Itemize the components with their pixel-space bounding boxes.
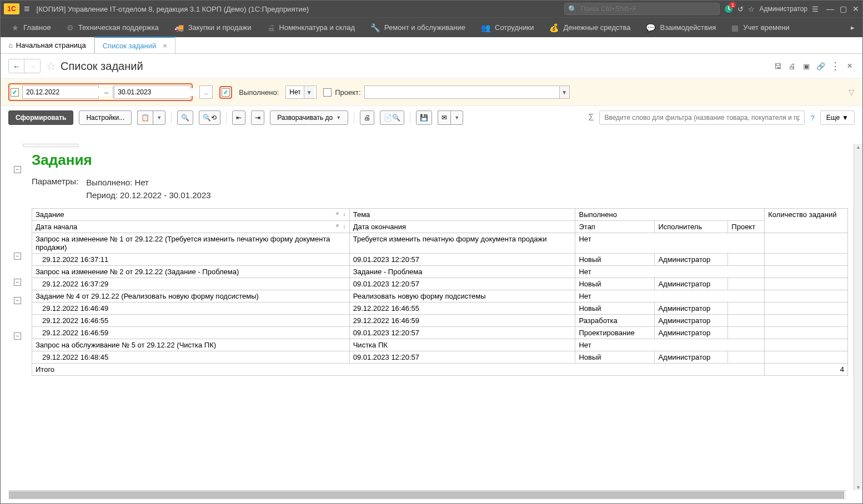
settings-button[interactable]: Настройки... <box>79 110 132 125</box>
date-from-input[interactable]: ▦ <box>22 85 99 99</box>
more-button[interactable]: Еще▼ <box>820 110 855 125</box>
table-group-row[interactable]: Запрос на изменение № 1 от 29.12.22 (Тре… <box>32 233 848 254</box>
th-date-end[interactable]: Дата окончания <box>349 221 575 233</box>
favorite-star-icon[interactable]: ☆ <box>46 59 56 73</box>
chevron-down-icon[interactable]: ▼ <box>304 86 314 98</box>
done-checkbox[interactable] <box>222 88 230 97</box>
th-project[interactable]: Проект <box>728 221 765 233</box>
global-search-input[interactable] <box>580 5 716 13</box>
preview-button[interactable]: 📄🔍 <box>380 110 404 125</box>
project-checkbox[interactable] <box>323 88 332 97</box>
th-date-start[interactable]: Дата начала <box>32 221 350 233</box>
scroll-down-icon[interactable]: ▾ <box>854 484 862 490</box>
menu-repair[interactable]: 🔧Ремонт и обслуживание <box>363 19 473 37</box>
collapse-all-button[interactable]: ⇤ <box>232 110 245 125</box>
report-params: Параметры: Выполнено: Нет Период: 20.12.… <box>8 169 855 208</box>
tab-close-icon[interactable]: × <box>163 42 167 50</box>
menu-purchases[interactable]: 🚚Закупки и продажи <box>167 19 259 37</box>
done-dropdown[interactable]: ▼ <box>285 85 317 99</box>
table-row[interactable]: 29.12.2022 16:37:2909.01.2023 12:20:57Но… <box>32 278 848 290</box>
scroll-up-icon[interactable]: ▴ <box>854 144 862 150</box>
th-task[interactable]: Задание <box>32 209 350 221</box>
print-icon[interactable]: 🖨 <box>787 62 797 70</box>
th-stage[interactable]: Этап <box>575 221 655 233</box>
wrench-icon: 🔧 <box>370 23 380 32</box>
table-group-row[interactable]: Запрос на обслуживание № 5 от 29.12.22 (… <box>32 339 848 351</box>
word-filter-input[interactable] <box>599 110 805 125</box>
minimize-button[interactable]: — <box>826 4 834 13</box>
collapse-group-2-icon[interactable]: − <box>14 279 21 286</box>
collapse-group-3-icon[interactable]: − <box>14 297 21 304</box>
table-row[interactable]: 29.12.2022 16:46:4929.12.2022 16:46:55Но… <box>32 303 848 315</box>
form-close-icon[interactable]: × <box>845 61 855 71</box>
table-row[interactable]: 29.12.2022 16:46:5529.12.2022 16:46:59Ра… <box>32 315 848 327</box>
table-row[interactable]: 29.12.2022 16:48:4509.01.2023 12:20:57Но… <box>32 351 848 364</box>
chevron-down-icon[interactable]: ▼ <box>559 86 569 98</box>
table-group-row[interactable]: Запрос на изменение № 2 от 29.12.22 (Зад… <box>32 266 848 278</box>
more-vertical-icon[interactable]: ⋮ <box>830 60 840 72</box>
collapse-group-4-icon[interactable]: − <box>14 332 21 340</box>
tab-home[interactable]: ⌂Начальная страница <box>1 37 94 53</box>
horizontal-scrollbar[interactable] <box>8 490 846 499</box>
email-dropdown[interactable]: ▼ <box>450 110 463 125</box>
settings-icon[interactable]: ☰ <box>812 5 819 13</box>
report-area[interactable]: − Задания Параметры: Выполнено: Нет Пери… <box>8 144 855 497</box>
link-icon[interactable]: 🔗 <box>816 62 826 70</box>
zoom-reset-button[interactable]: 🔍⟲ <box>199 110 220 125</box>
collapse-report-icon[interactable]: − <box>14 166 21 173</box>
menu-support[interactable]: ⚙Техническая поддержка <box>59 19 167 37</box>
vertical-scrollbar[interactable]: ▴ ▾ <box>854 144 862 490</box>
menu-time[interactable]: ▦Учет времени <box>724 19 797 37</box>
table-row[interactable]: 29.12.2022 16:46:5909.01.2023 12:20:57Пр… <box>32 327 848 339</box>
menu-money[interactable]: 💰Денежные средства <box>541 19 638 37</box>
zoom-in-button[interactable]: 🔍 <box>177 110 193 125</box>
th-executor[interactable]: Исполнитель <box>655 221 728 233</box>
table-group-row[interactable]: Задание № 4 от 29.12.22 (Реализовать нов… <box>32 290 848 303</box>
th-count[interactable]: Количество заданий <box>765 209 848 233</box>
paste-button-group: 📋 ▼ <box>137 110 165 125</box>
tab-task-list[interactable]: Список заданий× <box>94 37 175 53</box>
nav-back-button[interactable]: ← <box>9 59 24 73</box>
generate-button[interactable]: Сформировать <box>8 110 73 125</box>
maximize-button[interactable]: ▢ <box>840 4 847 13</box>
history-icon[interactable]: ↺ <box>737 5 744 13</box>
close-window-button[interactable]: ✕ <box>852 4 859 13</box>
menu-stock[interactable]: 🖨Номенклатура и склад <box>259 19 363 37</box>
menu-staff[interactable]: 👥Сотрудники <box>473 19 541 37</box>
form-header: ← → ☆ Список заданий 🖫 🖨 ▣ 🔗 ⋮ × <box>1 54 862 78</box>
th-topic[interactable]: Тема <box>349 209 575 221</box>
help-icon[interactable]: ? <box>810 114 814 122</box>
table-row[interactable]: 29.12.2022 16:37:1109.01.2023 12:20:57Но… <box>32 254 848 266</box>
global-search[interactable]: 🔍 <box>564 3 720 15</box>
period-checkbox[interactable] <box>11 88 19 97</box>
menu-main[interactable]: ★Главное <box>4 19 59 37</box>
project-dropdown[interactable]: ▼ <box>364 85 570 99</box>
notifications-icon[interactable] <box>724 4 733 13</box>
sum-icon[interactable]: Σ <box>589 113 594 123</box>
paste-button[interactable]: 📋 <box>137 110 153 125</box>
menu-interactions[interactable]: 💬Взаимодействия <box>638 19 724 37</box>
chat-icon: 💬 <box>646 23 655 32</box>
burger-menu-icon[interactable]: ≡ <box>24 3 30 15</box>
form-title: Список заданий <box>61 60 772 73</box>
paste-dropdown[interactable]: ▼ <box>153 110 165 125</box>
nav-forward-button[interactable]: → <box>24 59 40 73</box>
collapse-group-1-icon[interactable]: − <box>14 253 21 260</box>
filter-toggle-icon[interactable]: ▽ <box>849 88 855 97</box>
toolbar: Сформировать Настройки... 📋 ▼ 🔍 🔍⟲ ⇤ ⇥ Р… <box>1 106 862 129</box>
expand-all-button[interactable]: ⇥ <box>251 110 264 125</box>
period-picker-button[interactable]: ... <box>199 85 213 99</box>
h-scrollbar-thumb[interactable] <box>9 491 844 499</box>
save-icon[interactable]: 🖫 <box>772 62 782 70</box>
user-label[interactable]: Администратор <box>759 5 807 13</box>
favorites-icon[interactable]: ☆ <box>748 5 755 13</box>
menu-more-icon[interactable]: ▸ <box>843 23 862 32</box>
print-button[interactable]: 🖨 <box>360 110 374 125</box>
save-file-button[interactable]: 💾 <box>416 110 432 125</box>
title-bar: 1C ≡ [КОПИЯ] Управление IT-отделом 8, ре… <box>1 1 862 17</box>
date-to-input[interactable]: ▦ <box>114 85 190 99</box>
th-done[interactable]: Выполнено <box>575 209 765 221</box>
email-button[interactable]: ✉ <box>438 110 450 125</box>
export-icon[interactable]: ▣ <box>801 62 811 70</box>
expand-to-button[interactable]: Разворачивать до▼ <box>270 110 348 125</box>
